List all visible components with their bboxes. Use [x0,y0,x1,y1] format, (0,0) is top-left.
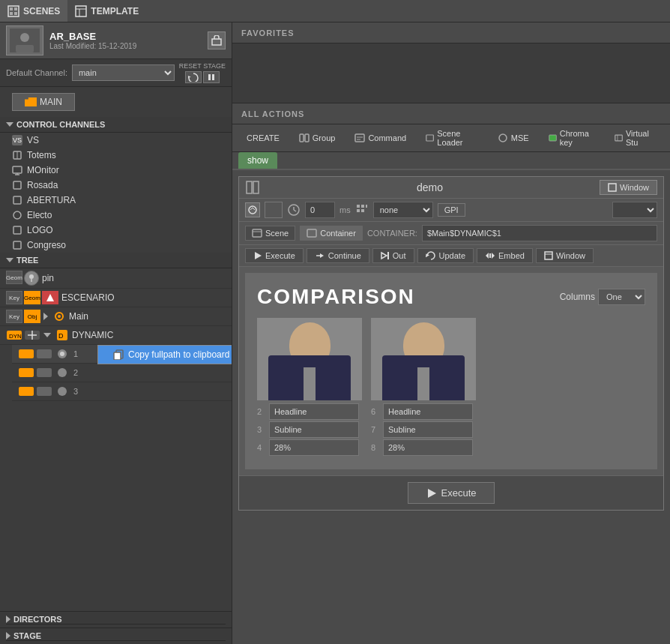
channel-list: VS VS Totems MOnitor Rosada ABERTURA [0,133,232,253]
scene-tab[interactable]: Scene [245,226,295,241]
comparison-widget: COMPARISON Columns One Two Three [245,273,657,469]
tree-item-main[interactable]: Key Obj Main [0,307,232,326]
out-button[interactable]: Out [372,248,414,263]
svg-rect-5 [76,6,86,16]
sceneloader-icon [426,133,434,142]
demo-window-button[interactable]: Window [600,180,657,195]
reset-icon-button[interactable] [185,71,202,83]
update-label: Update [439,251,465,260]
svg-rect-59 [247,181,252,193]
directors-section[interactable]: DIRECTORS [0,611,232,628]
template-label: TEMPLATE [91,6,139,16]
toolbar-icon1[interactable] [245,202,260,217]
tab-create[interactable]: CREATE [238,130,288,145]
channel-select[interactable]: main [72,64,175,81]
tab-sceneloader[interactable]: Scene Loader [417,126,486,150]
chromakey-icon [549,133,557,142]
left-headline-input[interactable] [269,403,359,420]
tree-item-3[interactable]: 3 [12,382,232,401]
update-button[interactable]: Update [417,248,474,263]
svg-point-40 [60,352,64,356]
time-input[interactable] [305,202,335,218]
stage-section[interactable]: STAGE [0,628,232,644]
svg-rect-38 [37,349,52,358]
right-headline-input[interactable] [383,403,473,420]
channel-item-congreso[interactable]: Congreso [0,238,232,253]
dynamic-tree-icons: DYN [6,328,40,342]
item3-icon1 [18,385,34,398]
geom-badge-escenario: Geom [24,291,40,304]
container-tab[interactable]: Container [300,226,363,241]
none-select[interactable]: none [373,202,433,218]
item1-icons [18,347,70,361]
tab-command[interactable]: Command [346,130,414,145]
context-menu: Copy fullpath to clipboard [97,345,232,364]
svg-rect-42 [114,352,121,360]
copy-fullpath-label: Copy fullpath to clipboard [128,349,229,360]
action-buttons-row: Execute Continue Out Update [239,245,663,267]
continue-button[interactable]: Continue [307,248,369,263]
control-channels-header[interactable]: CONTROL CHANNELS [0,117,232,133]
tree-item-2[interactable]: 2 [12,364,232,382]
comparison-left-image [257,318,362,400]
scene-action-button[interactable] [208,31,226,49]
channel-item-monitor[interactable]: MOnitor [0,163,232,178]
svg-rect-44 [37,368,52,377]
final-execute-icon [426,488,437,499]
container-input[interactable] [422,225,657,241]
out-label: Out [393,251,406,260]
channel-item-electo[interactable]: Electo [0,208,232,223]
logo-icon [12,225,22,235]
channel-item-logo[interactable]: LOGO [0,223,232,238]
svg-line-65 [294,210,296,211]
channel-item-vs[interactable]: VS VS [0,133,232,148]
tree-header[interactable]: TREE [0,253,232,268]
channel-item-abertura[interactable]: ABERTURA [0,193,232,208]
pin-label: pin [42,273,54,283]
svg-rect-82 [489,253,491,258]
tree-section: TREE Geom pin Key Geom [0,253,232,611]
tab-mse[interactable]: MSE [489,130,537,145]
key-badge-main: Key [6,310,22,323]
tree-item-pin[interactable]: Geom pin [0,268,232,289]
tab-virtualstu[interactable]: Virtual Stu [606,126,664,150]
left-subline-input[interactable] [269,421,359,438]
tree-item-escenario[interactable]: Key Geom ESCENARIO [0,289,232,307]
channel-item-rosada[interactable]: Rosada [0,178,232,193]
tab-chromakey[interactable]: Chroma key [540,126,603,150]
svg-point-22 [13,211,21,219]
tree-item-dynamic[interactable]: DYN D DYNAMIC [0,326,232,345]
expand-select[interactable] [612,202,657,218]
svg-rect-23 [13,226,21,234]
scenes-tab[interactable]: SCENES [0,0,67,22]
main-gear-icon [52,310,66,323]
columns-dropdown[interactable]: One Two Three [598,289,645,305]
reset-pause-button[interactable] [203,71,220,83]
update-icon [426,251,436,260]
command-icon [354,133,365,142]
show-tab[interactable]: show [238,152,277,169]
channel-item-logo-label: LOGO [27,225,53,235]
execute-button[interactable]: Execute [245,248,304,263]
container-field-label: CONTAINER: [367,229,417,238]
left-percent-input[interactable] [269,439,359,456]
final-execute-button[interactable]: Execute [408,482,495,504]
demo-titlebar: demo Window [239,177,663,199]
congreso-icon [12,240,22,250]
right-subline-input[interactable] [383,421,473,438]
svg-rect-17 [13,166,22,173]
embed-button[interactable]: Embed [477,248,533,263]
template-tab[interactable]: TEMPLATE [67,0,146,22]
gpi-button[interactable]: GPI [438,203,465,217]
item3-icons [18,385,70,398]
window-button[interactable]: Window [536,248,594,263]
channel-item-totems[interactable]: Totems [0,148,232,163]
left-fields: 2 3 4 [257,403,362,457]
tab-group[interactable]: Group [291,130,344,145]
demo-window-label: Window [620,183,649,192]
main-button[interactable]: MAIN [12,93,75,111]
right-percent-input[interactable] [383,439,473,456]
item3-icon3 [54,385,70,398]
copy-fullpath-item[interactable]: Copy fullpath to clipboard [98,346,232,364]
svg-rect-61 [609,184,616,191]
